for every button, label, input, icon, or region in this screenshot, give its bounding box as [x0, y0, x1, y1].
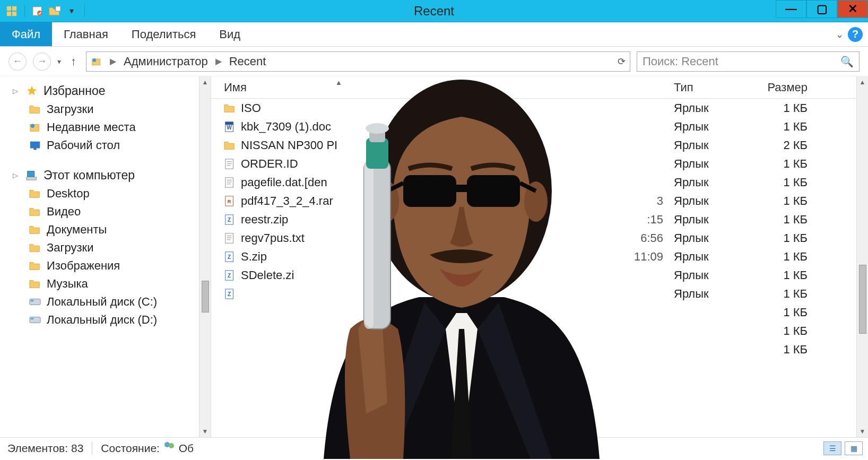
- file-icon: [224, 325, 236, 337]
- file-size: 1 КБ: [754, 324, 823, 338]
- ribbon-tab-home[interactable]: Главная: [52, 22, 120, 46]
- file-name: pdf417_3_2_4.rar: [241, 194, 333, 208]
- file-row[interactable]: S.zip 11:09 Ярлык 1 КБ: [211, 247, 868, 266]
- nav-history-icon[interactable]: ▾: [57, 57, 61, 66]
- file-icon: [224, 344, 236, 355]
- pc-icon: [25, 169, 38, 182]
- zip-icon: [224, 270, 236, 281]
- disk-icon: [29, 314, 41, 326]
- col-size[interactable]: Размер: [754, 81, 823, 94]
- file-row[interactable]: regv7pus.txt 6:56 Ярлык 1 КБ: [211, 229, 868, 247]
- sidebar-item-label: Загрузки: [47, 102, 94, 116]
- file-size: 1 КБ: [754, 101, 823, 115]
- file-name: reestr.zip: [241, 213, 288, 227]
- navigation-pane[interactable]: ▷ Избранное Загрузки Недавние места Рабо…: [0, 76, 211, 437]
- file-size: 1 КБ: [754, 306, 823, 319]
- word-icon: [224, 121, 236, 133]
- file-type: Ярлык: [674, 157, 754, 171]
- column-headers[interactable]: Имя ▲ Тип Размер: [211, 76, 868, 99]
- search-icon[interactable]: 🔍: [840, 55, 854, 68]
- status-bar: Элементов: 83 Состояние: Об ☰ ▦: [0, 437, 868, 458]
- file-type: Ярлык: [674, 101, 754, 115]
- file-date: 3: [589, 194, 674, 208]
- folder-icon: [29, 103, 41, 116]
- titlebar: ▾ Recent — ▢ ✕: [0, 0, 868, 22]
- sidebar-fav-item[interactable]: Недавние места: [7, 118, 211, 136]
- sidebar-item-label: Локальный диск (D:): [47, 313, 157, 327]
- qat-newfolder-icon[interactable]: [47, 4, 62, 19]
- view-details-button[interactable]: ☰: [823, 441, 841, 455]
- nav-back-button[interactable]: ←: [8, 53, 27, 71]
- qat-properties-icon[interactable]: [30, 4, 45, 19]
- sidebar-computer-item[interactable]: Изображения: [7, 257, 211, 275]
- file-row[interactable]: pagefile.dat.[den Ярлык 1 КБ: [211, 173, 868, 192]
- recent-icon: [29, 121, 41, 134]
- file-row[interactable]: ISO Ярлык 1 КБ: [211, 99, 868, 117]
- file-row[interactable]: Ярлык 1 КБ: [211, 284, 868, 303]
- app-icon: [4, 4, 19, 19]
- col-type[interactable]: Тип: [674, 81, 754, 94]
- file-row[interactable]: ORDER.ID Ярлык 1 КБ: [211, 154, 868, 173]
- status-state-value: Об: [179, 442, 194, 455]
- file-row[interactable]: pdf417_3_2_4.rar 3 Ярлык 1 КБ: [211, 192, 868, 210]
- search-box[interactable]: Поиск: Recent 🔍: [637, 51, 860, 72]
- ribbon-tab-share[interactable]: Поделиться: [120, 22, 207, 46]
- sidebar-computer-item[interactable]: Загрузки: [7, 239, 211, 257]
- file-row[interactable]: kbk_7309 (1).doc Ярлык 1 КБ: [211, 117, 868, 136]
- file-size: 1 КБ: [754, 231, 823, 245]
- sidebar-item-label: Видео: [47, 205, 81, 219]
- file-type: Ярлык: [674, 120, 754, 134]
- sidebar-computer-item[interactable]: Локальный диск (D:): [7, 311, 211, 329]
- status-items-label: Элементов:: [7, 442, 68, 455]
- sidebar-computer-item[interactable]: Музыка: [7, 275, 211, 293]
- file-size: 1 КБ: [754, 268, 823, 282]
- view-icons-button[interactable]: ▦: [845, 441, 863, 455]
- col-name[interactable]: Имя: [224, 81, 247, 94]
- nav-favorites[interactable]: ▷ Избранное: [7, 82, 211, 100]
- folder-icon: [29, 223, 41, 236]
- navpane-scrollbar[interactable]: ▲ ▼: [199, 76, 211, 437]
- nav-computer[interactable]: ▷ Этот компьютер: [7, 166, 211, 185]
- sidebar-computer-item[interactable]: Видео: [7, 203, 211, 221]
- sidebar-computer-item[interactable]: Desktop: [7, 185, 211, 203]
- qat-customize-icon[interactable]: ▾: [64, 4, 79, 19]
- file-name: kbk_7309 (1).doc: [241, 120, 331, 134]
- zip-icon: [224, 288, 236, 300]
- ribbon-expand-icon[interactable]: ⌄: [836, 29, 844, 40]
- file-row[interactable]: 1 КБ: [211, 340, 868, 359]
- file-date: 11:09: [589, 250, 674, 264]
- sidebar-fav-item[interactable]: Загрузки: [7, 100, 211, 118]
- file-row[interactable]: 1 КБ: [211, 303, 868, 322]
- breadcrumb-0[interactable]: Администратор: [124, 55, 208, 68]
- folder-icon: [224, 140, 236, 151]
- breadcrumb-1[interactable]: Recent: [229, 55, 266, 68]
- desktop-icon: [29, 139, 41, 152]
- window-title: Recent: [0, 4, 868, 19]
- file-date: 6:56: [589, 231, 674, 245]
- maximize-button[interactable]: ▢: [806, 0, 837, 18]
- sidebar-computer-item[interactable]: Локальный диск (C:): [7, 293, 211, 311]
- file-row[interactable]: SDelete.zi Ярлык 1 КБ: [211, 266, 868, 284]
- file-size: 1 КБ: [754, 287, 823, 301]
- file-row[interactable]: NISSAN NP300 PI Ярлык 2 КБ: [211, 136, 868, 154]
- close-button[interactable]: ✕: [837, 0, 868, 18]
- file-row[interactable]: 1 КБ: [211, 322, 868, 340]
- file-row[interactable]: reestr.zip :15 Ярлык 1 КБ: [211, 210, 868, 229]
- sidebar-fav-item[interactable]: Рабочий стол: [7, 136, 211, 154]
- file-size: 1 КБ: [754, 157, 823, 171]
- nav-up-button[interactable]: ↑: [67, 55, 80, 68]
- address-bar[interactable]: ▶ Администратор ▶ Recent ⟳: [86, 51, 630, 72]
- sidebar-computer-item[interactable]: Документы: [7, 221, 211, 239]
- help-icon[interactable]: ?: [848, 27, 863, 42]
- refresh-icon[interactable]: ⟳: [618, 56, 626, 67]
- breadcrumb-sep-icon: ▶: [107, 56, 119, 66]
- filepane-scrollbar[interactable]: ▲ ▼: [856, 76, 868, 437]
- nav-forward-button[interactable]: →: [33, 53, 51, 71]
- sidebar-item-label: Рабочий стол: [47, 138, 120, 152]
- disk-icon: [29, 296, 41, 308]
- ribbon-tab-view[interactable]: Вид: [207, 22, 252, 46]
- sidebar-item-label: Документы: [47, 223, 107, 237]
- minimize-button[interactable]: —: [776, 0, 806, 18]
- ribbon-tab-file[interactable]: Файл: [0, 22, 52, 46]
- address-icon: [91, 56, 102, 67]
